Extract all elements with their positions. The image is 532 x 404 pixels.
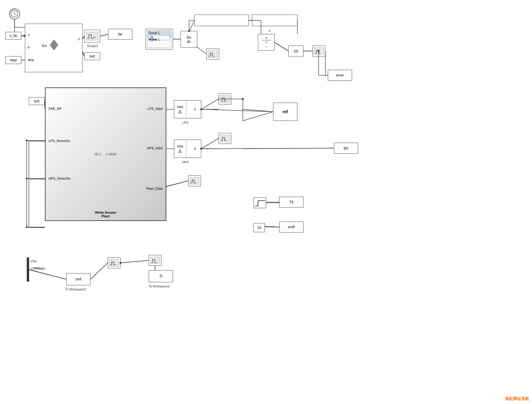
wf-goto-label: [wf] [90, 54, 95, 58]
step-label: step [10, 58, 17, 62]
scope4-block[interactable] [313, 46, 325, 56]
tt-input-label: <Tt> [30, 260, 37, 263]
ttl-label: Ttl [289, 200, 293, 204]
x-label: x [269, 29, 270, 32]
svg-line-7 [197, 47, 206, 54]
workspace3-label: To Workspace3 [65, 288, 86, 291]
svg-line-43 [100, 34, 108, 36]
svg-line-68 [90, 263, 108, 279]
while-iterator-plant[interactable]: FAR_Wf LPS_NmechIn HPS_NmechIn LPS_Ndot … [45, 87, 166, 221]
delta-block[interactable]: Δu Δr [181, 31, 197, 48]
scope2-block[interactable]: Scope2 [84, 30, 100, 42]
wf-from-block: [wf] [29, 97, 45, 105]
svg-marker-35 [50, 40, 58, 50]
scope8-block[interactable] [108, 257, 120, 268]
svg-point-77 [26, 140, 28, 141]
scope9-block[interactable] [149, 255, 161, 266]
smmap-label: <SMMap> [30, 267, 46, 270]
divide-block[interactable]: + ÷ − [258, 34, 275, 51]
scope7-block[interactable] [188, 175, 201, 186]
while-block-label: While IteratorPlant [95, 211, 116, 218]
svg-point-79 [26, 226, 28, 228]
svg-line-23 [90, 263, 108, 279]
lps-integrator[interactable]: Xdot X [174, 100, 201, 118]
workspace2-label: To Workspace2 [149, 285, 170, 288]
far-block[interactable]: far [108, 29, 132, 40]
hps-integrator[interactable]: Xdot X [174, 140, 201, 158]
y-port-label: y [78, 37, 80, 40]
top-rect1 [194, 15, 249, 26]
svg-line-67 [28, 270, 66, 279]
divide-sign: ÷ [262, 40, 271, 45]
svg-line-64 [166, 181, 188, 186]
svg-line-57 [201, 109, 273, 112]
wf-goto-block: [wf] [84, 52, 100, 60]
hps-xdot-label: Xdot [177, 145, 183, 148]
svg-line-26 [29, 270, 66, 279]
tt-workspace2-block[interactable]: Tt [149, 270, 173, 282]
lps-block-label: LPS [182, 121, 188, 124]
far-wf-port: FAR_Wf [49, 107, 61, 110]
svg-line-24 [120, 260, 149, 263]
smfl-label: smfl [288, 225, 295, 229]
ttl-block[interactable]: Ttl [279, 197, 303, 208]
ref-block[interactable]: ref [273, 103, 297, 121]
group1-title: Group 1 [149, 31, 160, 35]
delta-u-label: Δu [187, 35, 191, 39]
tt-workspace2-label: Tt [159, 274, 163, 278]
hps-nmechin-port: HPS_NmechIn [49, 177, 71, 180]
group1-block[interactable]: Group 1 Signal 1 [146, 29, 173, 49]
svg-line-19 [243, 109, 273, 112]
lps-output-label: lps [344, 146, 348, 150]
const15-block: 15 [253, 223, 265, 232]
error-block[interactable]: error [328, 70, 352, 81]
svg-line-8 [190, 20, 194, 31]
svg-line-69 [120, 260, 149, 263]
a-port-label: a [28, 45, 29, 49]
far-label: far [118, 32, 122, 36]
wf-from-label: [wf] [34, 99, 39, 103]
abs-block[interactable]: |u| [288, 46, 303, 56]
top-rect2 [252, 15, 297, 26]
fcn-label: fcn [42, 44, 47, 48]
step-shape-ttl [253, 197, 266, 208]
smfl-block[interactable]: smfl [279, 222, 303, 233]
scope2-label: Scope2 [85, 44, 100, 48]
smf-workspace3-block[interactable]: smf [66, 273, 90, 285]
watermark: 彩虹网址导航 [505, 396, 529, 402]
lps-output-block[interactable]: lps [334, 143, 358, 154]
lps-x-label: X [194, 108, 196, 111]
error-label: error [336, 73, 344, 77]
svg-line-58 [201, 138, 219, 149]
minus-sign: − [265, 45, 267, 49]
hps-ndot-port: HPS_Ndot [147, 146, 163, 150]
main-subsystem[interactable]: u a step y fcn [25, 24, 83, 72]
step-block: step [5, 56, 21, 64]
svg-line-59 [201, 148, 334, 149]
svg-point-76 [242, 98, 244, 100]
step-port-label: step [28, 58, 34, 62]
u-port-label: u [28, 32, 29, 36]
smf-workspace3-label: smf [75, 277, 81, 281]
lps-ndot-port: LPS_Ndot [147, 107, 163, 110]
svg-line-31 [166, 181, 188, 187]
svg-marker-36 [178, 110, 182, 113]
signal1-label: Signal 1 [149, 38, 160, 41]
abs-label: |u| [294, 49, 298, 53]
scope5-block[interactable] [219, 93, 231, 104]
hps-x-label: X [194, 147, 196, 151]
svg-marker-37 [178, 149, 182, 153]
clock-block [9, 8, 20, 19]
bus-creator [27, 257, 29, 282]
plus-sign: + [265, 36, 267, 40]
svg-line-73 [243, 112, 273, 121]
delta-r-label: Δr [187, 39, 191, 44]
scope3-block[interactable] [206, 49, 219, 59]
svg-line-22 [265, 226, 279, 227]
u-fin-block: u_fin [5, 32, 21, 40]
do-while-label: do { ... } while [95, 152, 117, 156]
u-fin-label: u_fin [9, 34, 17, 38]
svg-line-20 [243, 148, 334, 149]
svg-line-56 [201, 99, 219, 109]
scope6-block[interactable] [219, 133, 231, 144]
